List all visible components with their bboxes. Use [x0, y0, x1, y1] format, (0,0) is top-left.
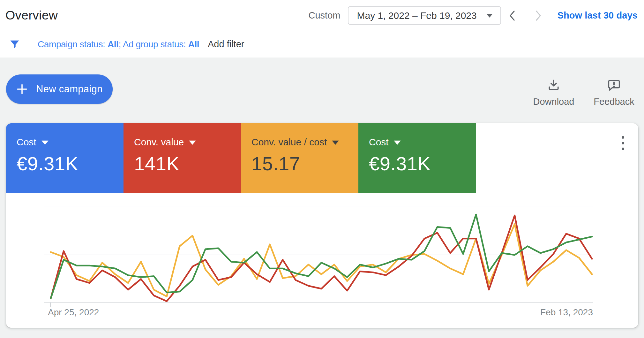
chevron-left-icon [510, 11, 514, 20]
download-icon [547, 78, 561, 92]
new-campaign-button[interactable]: New campaign [6, 74, 113, 104]
dots-menu-icon [622, 136, 624, 139]
scorecard-conv-value[interactable]: Conv. value 141K [124, 123, 241, 193]
x-axis-end-label: Feb 13, 2023 [540, 307, 593, 318]
chevron-right-icon [536, 11, 540, 20]
plus-icon [16, 83, 28, 95]
scorecard-cost-2[interactable]: Cost €9.31K [358, 123, 476, 193]
scorecard-value: 15.17 [251, 153, 300, 175]
download-label: Download [533, 96, 574, 107]
previous-period-button[interactable] [508, 0, 517, 31]
filter-summary-prefix: Campaign status: [38, 39, 108, 49]
new-campaign-label: New campaign [36, 83, 103, 95]
filter-icon [9, 38, 20, 50]
caret-down-icon [332, 141, 339, 145]
scorecard-label: Conv. value / cost [251, 137, 327, 148]
scorecard-value: €9.31K [17, 153, 78, 175]
scorecard-label: Conv. value [134, 137, 184, 148]
overview-chart[interactable] [44, 206, 593, 311]
feedback-button[interactable]: Feedback [588, 78, 640, 107]
page-title: Overview [5, 8, 58, 22]
scorecard-tiles: Cost €9.31K Conv. value 141K Conv. value… [6, 123, 476, 193]
campaign-status-value: All [108, 39, 119, 49]
download-button[interactable]: Download [528, 78, 579, 107]
caret-down-icon [486, 14, 493, 18]
scorecard-value: 141K [134, 153, 179, 175]
caret-down-icon [394, 141, 401, 145]
next-period-button[interactable] [534, 0, 543, 31]
page-header: Overview Custom May 1, 2022 – Feb 19, 20… [0, 0, 644, 31]
filter-summary-mid: ; Ad group status: [118, 39, 188, 49]
chart-line-conv-value [51, 215, 592, 301]
scorecard-value: €9.31K [369, 153, 431, 175]
ad-group-status-value: All [188, 39, 199, 49]
date-range-picker[interactable]: May 1, 2022 – Feb 19, 2023 [348, 6, 501, 25]
scorecard-cost-1[interactable]: Cost €9.31K [6, 123, 124, 193]
scorecard-label: Cost [369, 137, 389, 148]
add-filter-button[interactable]: Add filter [208, 39, 244, 50]
feedback-icon [607, 78, 621, 92]
filter-summary[interactable]: Campaign status: All; Ad group status: A… [38, 39, 199, 50]
x-axis-start-label: Apr 25, 2022 [48, 307, 99, 318]
caret-down-icon [189, 141, 196, 145]
date-controls: Custom May 1, 2022 – Feb 19, 2023 Show l… [309, 0, 638, 31]
filter-bar: Campaign status: All; Ad group status: A… [0, 31, 644, 57]
scorecard-label: Cost [17, 137, 36, 148]
date-range-value: May 1, 2022 – Feb 19, 2023 [357, 10, 476, 21]
card-options-button[interactable] [617, 134, 629, 153]
show-last-30-days-link[interactable]: Show last 30 days [557, 10, 638, 21]
scorecard-conv-value-cost[interactable]: Conv. value / cost 15.17 [241, 123, 358, 193]
feedback-label: Feedback [594, 96, 634, 107]
date-mode-label: Custom [309, 10, 341, 21]
caret-down-icon [41, 141, 49, 145]
google-ads-overview-page: Overview Custom May 1, 2022 – Feb 19, 20… [0, 0, 644, 338]
overview-chart-card: Cost €9.31K Conv. value 141K Conv. value… [6, 123, 638, 328]
